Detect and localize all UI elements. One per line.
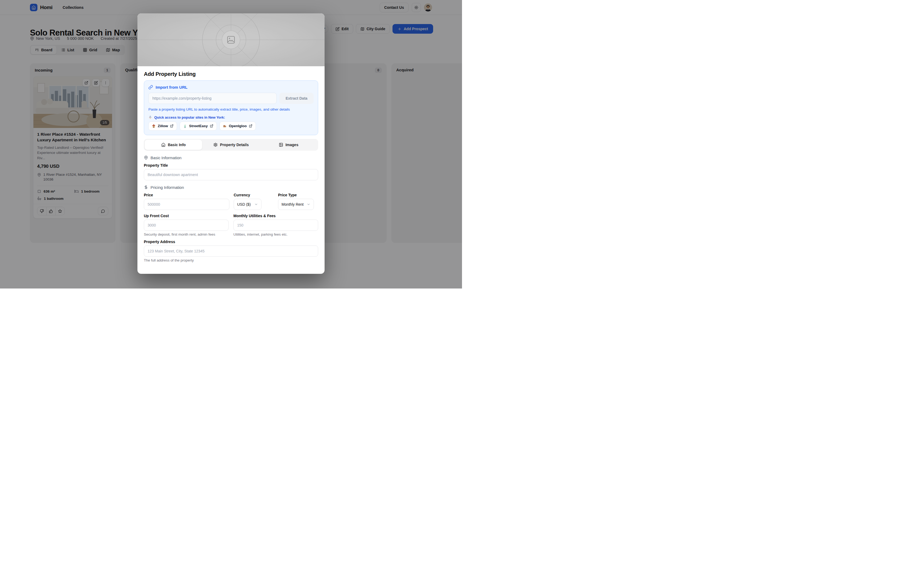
utilities-label: Monthly Utilities & Fees [233,214,318,218]
quick-site-buttons: Zillow StreetEasy [149,121,313,131]
external-link-icon [249,124,252,128]
upfront-cost-input[interactable] [144,219,229,231]
currency-select[interactable]: USD ($) [234,199,262,210]
price-label: Price [144,193,229,197]
modal-content: Add Property Listing Import from URL Ext… [137,66,325,262]
import-heading: Import from URL [149,85,313,89]
link-icon [149,85,153,89]
streeteasy-link-button[interactable]: StreetEasy [180,121,217,131]
import-helper-text: Paste a property listing URL to automati… [149,107,313,112]
currency-label: Currency [234,193,274,197]
chevron-down-icon [254,203,258,206]
price-input[interactable] [144,199,229,210]
upfront-cost-label: Up Front Cost [144,214,229,218]
app-window: Homi Collections Contact Us [0,0,462,288]
property-title-input[interactable] [144,169,318,180]
statue-of-liberty-emoji-icon [183,124,187,128]
modal-tabs: Basic Info Property Details Images [144,139,318,151]
house-emoji-icon [152,124,156,128]
price-type-select[interactable]: Monthly Rent [278,199,314,210]
import-from-url-panel: Import from URL Extract Data Paste a pro… [144,81,318,135]
property-address-input[interactable] [144,245,318,257]
zillow-link-button[interactable]: Zillow [149,121,177,131]
add-property-modal: Add Property Listing Import from URL Ext… [137,13,325,274]
modal-title: Add Property Listing [144,71,318,77]
house-icon [161,143,165,147]
external-link-icon [210,124,213,128]
utilities-input[interactable] [233,219,318,231]
pricing-row: Price Currency USD ($) Price Type M [144,190,318,210]
rocket-icon [149,115,152,119]
pricing-information-heading: Pricing Information [144,185,318,190]
external-link-icon [170,124,173,128]
tab-property-details[interactable]: Property Details [202,140,260,150]
tab-images[interactable]: Images [260,140,317,150]
quick-access-label: Quick access to popular sites in New Yor… [149,115,313,119]
upfront-cost-help: Security deposit, first month rent, admi… [144,232,229,237]
property-address-help: The full address of the property [144,258,318,262]
dollar-icon [144,185,148,189]
image-placeholder-banner [137,13,325,66]
costs-row: Up Front Cost Security deposit, first mo… [144,211,318,237]
import-input-row: Extract Data [149,93,313,104]
tab-basic-info[interactable]: Basic Info [145,140,202,150]
basic-information-heading: Basic Information [144,155,318,160]
listing-url-input[interactable] [149,93,277,104]
gear-icon [213,143,218,147]
chevron-down-icon [307,203,310,206]
map-pin-icon [144,155,148,160]
property-address-label: Property Address [144,240,318,244]
property-title-label: Property Title [144,163,318,168]
image-icon [279,143,283,147]
price-type-label: Price Type [278,193,318,197]
extract-data-button[interactable]: Extract Data [279,93,313,104]
houses-emoji-icon [223,124,227,128]
utilities-help: Utilities, internet, parking fees etc. [233,232,318,237]
openigloo-link-button[interactable]: OpenIgloo [220,121,256,131]
